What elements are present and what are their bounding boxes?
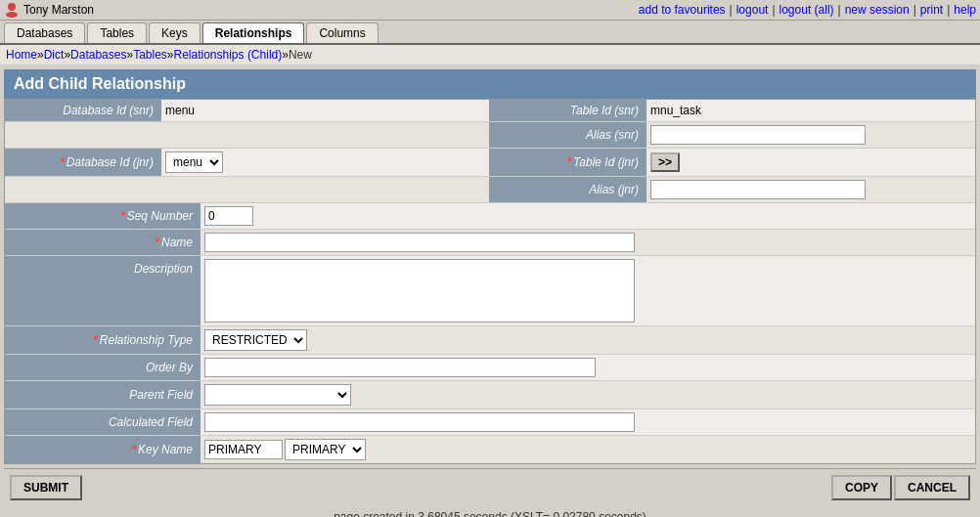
row-name: * Name bbox=[5, 230, 975, 256]
row-key-name: * Key Name PRIMARY bbox=[5, 436, 975, 463]
relationship-type-select[interactable]: RESTRICTED CASCADING NULLIFYING bbox=[204, 329, 307, 351]
tab-bar: Databases Tables Keys Relationships Colu… bbox=[0, 21, 980, 45]
input-table-id-jnr-container: >> bbox=[646, 149, 975, 176]
alias-snr-input[interactable] bbox=[650, 125, 866, 145]
label-alias-snr: Alias (snr) bbox=[490, 122, 646, 148]
calculated-field-input[interactable] bbox=[204, 412, 635, 432]
cancel-button[interactable]: CANCEL bbox=[894, 475, 970, 500]
input-database-id-snr-container: menu bbox=[161, 100, 489, 121]
row-calculated-field: Calculated Field bbox=[5, 409, 975, 436]
tab-relationships[interactable]: Relationships bbox=[202, 22, 305, 43]
input-key-name-container: PRIMARY bbox=[200, 436, 975, 463]
submit-button[interactable]: SUBMIT bbox=[10, 475, 82, 500]
row-relationship-type: * Relationship Type RESTRICTED CASCADING… bbox=[5, 326, 975, 355]
print-link[interactable]: print bbox=[920, 3, 943, 17]
breadcrumb-tables[interactable]: Tables bbox=[133, 48, 167, 62]
table-id-jnr-button[interactable]: >> bbox=[650, 152, 680, 172]
database-id-snr-value: menu bbox=[165, 104, 195, 117]
tab-columns[interactable]: Columns bbox=[306, 22, 378, 43]
database-id-jnr-select[interactable]: menu bbox=[165, 151, 223, 173]
row-db-jnr: * Database Id (jnr) menu * Table Id (jnr… bbox=[5, 149, 975, 177]
input-parent-field-container bbox=[200, 381, 975, 409]
row-alias-snr: Alias (snr) bbox=[5, 122, 975, 149]
right-table-jnr: * Table Id (jnr) >> bbox=[490, 149, 975, 176]
left-db-jnr: * Database Id (jnr) menu bbox=[5, 149, 490, 176]
new-session-link[interactable]: new session bbox=[845, 3, 910, 17]
key-name-input[interactable] bbox=[204, 440, 283, 459]
breadcrumb-relationships-child[interactable]: Relationships (Child) bbox=[174, 48, 283, 62]
input-table-id-snr-container: mnu_task bbox=[646, 100, 975, 121]
label-table-id-jnr: * Table Id (jnr) bbox=[490, 149, 646, 176]
top-left: Tony Marston bbox=[4, 2, 94, 18]
row-order-by: Order By bbox=[5, 355, 975, 381]
row-seq-number: * Seq Number 0 bbox=[5, 203, 975, 230]
label-key-name: * Key Name bbox=[5, 436, 200, 463]
table-id-snr-value: mnu_task bbox=[650, 104, 701, 117]
label-parent-field: Parent Field bbox=[5, 381, 200, 409]
label-seq-number: * Seq Number bbox=[5, 203, 200, 229]
top-right-links: add to favourites | logout | logout (all… bbox=[639, 3, 976, 17]
user-icon bbox=[4, 2, 20, 18]
label-database-id-snr: Database Id (snr) bbox=[5, 100, 161, 121]
left-db-snr: Database Id (snr) menu bbox=[5, 100, 490, 121]
name-input[interactable] bbox=[204, 233, 635, 252]
input-order-by-container bbox=[200, 355, 975, 380]
tab-keys[interactable]: Keys bbox=[149, 22, 200, 43]
label-order-by: Order By bbox=[5, 355, 200, 380]
input-description-container bbox=[200, 256, 975, 325]
seq-number-input[interactable]: 0 bbox=[204, 206, 253, 226]
page-title: Add Child Relationship bbox=[4, 69, 976, 99]
row-parent-field: Parent Field bbox=[5, 381, 975, 409]
alias-jnr-input[interactable] bbox=[650, 180, 866, 199]
svg-point-0 bbox=[8, 3, 16, 11]
description-textarea[interactable] bbox=[204, 259, 635, 323]
copy-button[interactable]: COPY bbox=[831, 475, 892, 500]
row-description: Description bbox=[5, 256, 975, 326]
label-table-id-snr: Table Id (snr) bbox=[490, 100, 646, 121]
footer: page created in 3.68045 seconds (XSLT= 0… bbox=[4, 506, 976, 517]
footer-line1: page created in 3.68045 seconds (XSLT= 0… bbox=[8, 510, 972, 517]
row-alias-jnr: Alias (jnr) bbox=[5, 177, 975, 203]
svg-point-1 bbox=[6, 12, 18, 18]
right-alias-snr: Alias (snr) bbox=[490, 122, 975, 148]
left-empty2 bbox=[5, 177, 490, 202]
breadcrumb-databases[interactable]: Databases bbox=[70, 48, 126, 62]
label-calculated-field: Calculated Field bbox=[5, 409, 200, 435]
top-bar: Tony Marston add to favourites | logout … bbox=[0, 0, 980, 21]
tab-tables[interactable]: Tables bbox=[87, 22, 147, 43]
label-description: Description bbox=[5, 256, 200, 325]
input-alias-snr-container bbox=[646, 122, 975, 148]
input-alias-jnr-container bbox=[646, 177, 975, 202]
form-container: Database Id (snr) menu Table Id (snr) mn… bbox=[4, 99, 976, 464]
right-buttons: COPY CANCEL bbox=[831, 475, 970, 500]
left-buttons: SUBMIT bbox=[10, 475, 82, 500]
help-link[interactable]: help bbox=[954, 3, 976, 17]
input-database-id-jnr-container: menu bbox=[161, 149, 489, 176]
label-alias-jnr: Alias (jnr) bbox=[490, 177, 646, 202]
input-name-container bbox=[200, 230, 975, 255]
add-to-favourites-link[interactable]: add to favourites bbox=[639, 3, 726, 17]
main-content: Add Child Relationship Database Id (snr)… bbox=[0, 65, 980, 517]
button-bar: SUBMIT COPY CANCEL bbox=[4, 468, 976, 506]
parent-field-select[interactable] bbox=[204, 384, 351, 406]
key-name-select[interactable]: PRIMARY bbox=[285, 439, 366, 460]
input-calculated-field-container bbox=[200, 409, 975, 435]
breadcrumb: Home»Dict»Databases»Tables»Relationships… bbox=[0, 45, 980, 65]
logout-all-link[interactable]: logout (all) bbox=[780, 3, 834, 17]
breadcrumb-dict[interactable]: Dict bbox=[44, 48, 65, 62]
input-relationship-type-container: RESTRICTED CASCADING NULLIFYING bbox=[200, 326, 975, 354]
input-seq-number-container: 0 bbox=[200, 203, 975, 229]
tab-databases[interactable]: Databases bbox=[4, 22, 85, 43]
right-table-snr: Table Id (snr) mnu_task bbox=[490, 100, 975, 121]
breadcrumb-new: New bbox=[289, 48, 312, 62]
label-database-id-jnr: * Database Id (jnr) bbox=[5, 149, 161, 176]
label-relationship-type: * Relationship Type bbox=[5, 326, 200, 354]
label-name: * Name bbox=[5, 230, 200, 255]
username: Tony Marston bbox=[23, 3, 94, 17]
breadcrumb-home[interactable]: Home bbox=[6, 48, 37, 62]
logout-link[interactable]: logout bbox=[736, 3, 769, 17]
left-empty bbox=[5, 122, 490, 148]
order-by-input[interactable] bbox=[204, 358, 596, 377]
row-db-snr: Database Id (snr) menu Table Id (snr) mn… bbox=[5, 100, 975, 122]
right-alias-jnr: Alias (jnr) bbox=[490, 177, 975, 202]
